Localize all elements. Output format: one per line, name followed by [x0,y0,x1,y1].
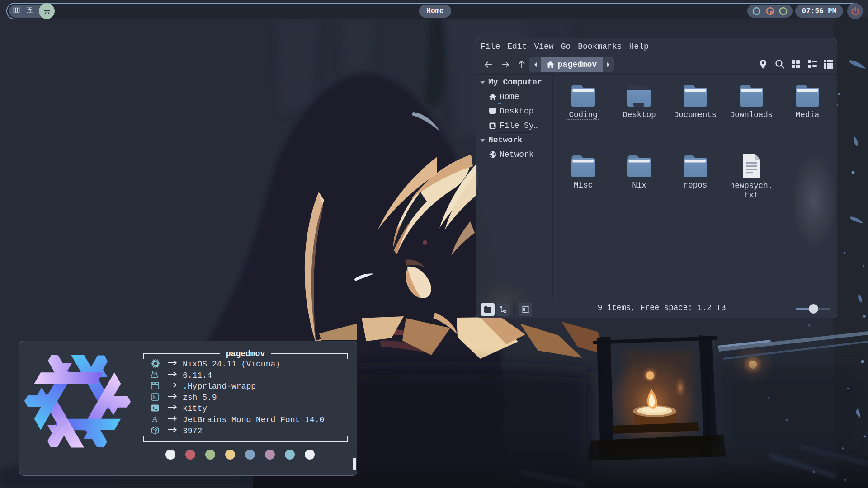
svg-text:A: A [152,415,158,423]
